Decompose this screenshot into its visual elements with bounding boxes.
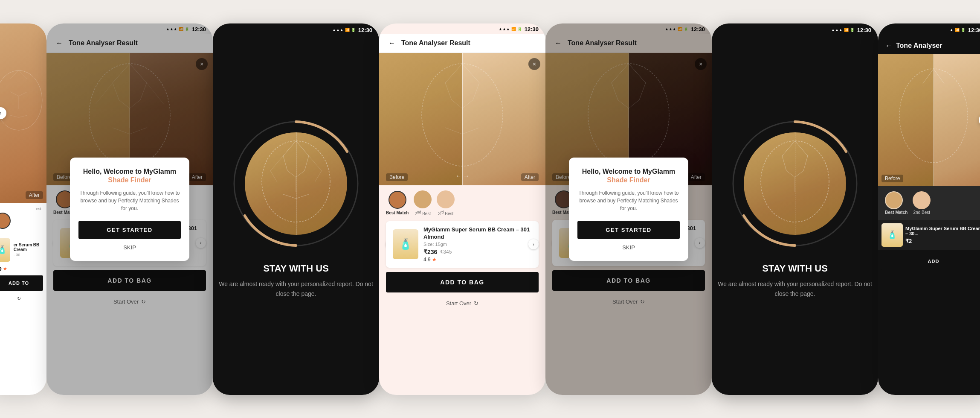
product-partial-right: 🧴 MyGlamm Super Serum BB Cream – 30... ₹… (878, 220, 980, 250)
screen-4: ▲▲▲ 📶 🔋 12:30 ← Tone Analyser Result (545, 23, 712, 395)
svg-line-4 (19, 92, 27, 96)
status-time-wait-2: 12:30 (857, 27, 871, 33)
after-label: After (26, 191, 43, 199)
waiting-title-1: STAY WITH US (263, 263, 329, 274)
swatch-1-partial (885, 191, 903, 209)
modal-card-4: Hello, Welcome to MyGlamm Shade Finder T… (569, 158, 688, 261)
nav-title-partial-right: Tone Analyser (896, 42, 942, 50)
start-over-text-3: Start Over (446, 300, 471, 307)
swatch-circle-best-3 (389, 191, 406, 209)
screen-1: ▲▲▲ 📶 🔋 12:30 ← Tone Analyser Result (46, 23, 213, 395)
modal-card-1: Hello, Welcome to MyGlamm Shade Finder T… (70, 158, 189, 261)
add-to-bag-partial[interactable]: ADD TO (0, 275, 43, 291)
svg-line-34 (315, 171, 322, 181)
swatch-3rd-3[interactable]: 3rd Best (437, 190, 455, 216)
svg-line-59 (786, 171, 795, 177)
face-photo-circle (245, 132, 347, 235)
get-started-btn-1[interactable]: GET STARTED (78, 221, 181, 239)
rating-3: 4.9 ★ (423, 257, 532, 263)
svg-line-23 (296, 141, 309, 156)
back-icon-partial-right[interactable]: ← (885, 41, 893, 50)
svg-line-29 (283, 194, 296, 199)
swatch-label-2nd-3: 2nd Best (415, 210, 431, 216)
svg-line-24 (283, 156, 287, 171)
swatch-best-3[interactable]: Best Match (386, 191, 409, 215)
add-to-bag-btn-3[interactable]: ADD TO BAG (386, 272, 539, 292)
modal-greeting-1: Hello, Welcome to MyGlamm (78, 168, 181, 175)
partial-screen-right: ▲ 📶 🔋 12:30 ← Tone Analyser Before (878, 23, 980, 395)
swatch-label-3rd-3: 3rd Best (438, 210, 453, 216)
swatch-circle-3rd-3 (437, 190, 455, 208)
svg-line-64 (934, 69, 944, 84)
svg-line-25 (304, 156, 309, 171)
skip-btn-1[interactable]: SKIP (78, 244, 181, 251)
svg-line-27 (296, 171, 304, 177)
svg-line-37 (462, 64, 479, 83)
price-current-3: ₹236 (423, 248, 437, 255)
status-bar-3: ▲▲▲ 📶 🔋 12:30 (379, 23, 545, 35)
add-to-bag-partial-right[interactable]: ADD (881, 253, 980, 270)
swatch-label-2-partial: 2nd Best (913, 210, 931, 215)
swatch-label-best-3: Best Match (386, 210, 409, 215)
status-time-3: 12:30 (525, 26, 539, 32)
product-card-3: 🧴 MyGlamm Super Serum BB Cream – 301 Alm… (386, 221, 539, 268)
product-section-3: ‹ 🧴 MyGlamm Super Serum BB Cream – 301 A… (383, 221, 542, 268)
svg-line-40 (452, 100, 462, 108)
modal-desc-1: Through Following guide, you'll know how… (78, 189, 181, 212)
back-btn-3[interactable]: ← (386, 37, 398, 49)
modal-overlay-4: Hello, Welcome to MyGlamm Shade Finder T… (545, 23, 712, 395)
rating-value-3: 4.9 (423, 257, 431, 263)
back-icon-3: ← (389, 39, 395, 47)
status-bar-wait-2: ▲▲▲ 📶 🔋 12:30 (712, 23, 878, 37)
svg-point-0 (0, 70, 42, 130)
partial-screen-left: After ‹ est 🧴 er Serum BB Cream - 30... (0, 23, 46, 395)
top-nav-3: ← Tone Analyser Result (379, 34, 545, 53)
product-price-3: ₹236 ₹345 (423, 248, 532, 255)
svg-line-58 (803, 156, 808, 171)
svg-line-63 (923, 69, 934, 84)
svg-line-60 (795, 171, 803, 177)
modal-brand-1: Shade Finder (78, 176, 181, 184)
face-photo-circle-2 (744, 132, 846, 235)
drag-arrow-right: → (463, 172, 469, 179)
modal-overlay-1: Hello, Welcome to MyGlamm Shade Finder T… (46, 23, 213, 395)
product-name-partial: MyGlamm Super Serum BB Cream – 30... (905, 226, 980, 236)
start-over-3[interactable]: Start Over ↻ (379, 297, 545, 310)
svg-line-32 (309, 156, 322, 171)
svg-line-6 (10, 115, 19, 117)
svg-line-43 (445, 128, 462, 134)
get-started-btn-4[interactable]: GET STARTED (577, 221, 680, 239)
carousel-next-3[interactable]: › (528, 239, 539, 249)
modal-brand-4: Shade Finder (577, 176, 680, 184)
price-original-3: ₹345 (440, 249, 452, 255)
product-img-3: 🧴 (393, 229, 418, 259)
modal-desc-4: Through Following guide, you'll know how… (577, 189, 680, 212)
status-bar-waiting-1: ▲▲▲ 📶 🔋 12:30 (213, 23, 379, 37)
face-area-partial: Before › (878, 54, 980, 186)
face-circle-container-2 (731, 120, 859, 248)
before-label-partial: Before (881, 175, 903, 182)
svg-line-41 (462, 100, 473, 108)
screen-3: ▲▲▲ 📶 🔋 12:30 ← Tone Analyser Result (379, 23, 545, 395)
status-time-partial-right: 12:30 (968, 27, 980, 33)
svg-line-3 (10, 92, 19, 96)
before-label-3: Before (386, 173, 408, 181)
top-nav-partial-right: ← Tone Analyser (878, 38, 980, 54)
skip-btn-4[interactable]: SKIP (577, 244, 680, 251)
svg-line-38 (445, 83, 452, 100)
svg-line-26 (287, 171, 296, 177)
after-label-3: After (521, 173, 539, 181)
swatch-2nd-3[interactable]: 2nd Best (414, 190, 432, 216)
close-btn-3[interactable]: × (528, 58, 540, 70)
svg-line-56 (795, 141, 808, 156)
nav-title-3: Tone Analyser Result (401, 39, 470, 47)
waiting-desc-1: We are almost ready with your personaliz… (213, 279, 379, 298)
swatch-label-1-partial: Best Match (885, 210, 908, 215)
svg-line-39 (473, 83, 479, 100)
product-info-3: MyGlamm Super Serum BB Cream – 301 Almon… (423, 226, 532, 263)
waiting-desc-2: We are almost ready with your personaliz… (712, 279, 878, 298)
product-size-3: Size: 15gm (423, 242, 532, 247)
svg-line-33 (270, 171, 277, 181)
shade-swatches-partial: Best Match 2nd Best (878, 186, 980, 220)
svg-line-30 (296, 194, 309, 199)
